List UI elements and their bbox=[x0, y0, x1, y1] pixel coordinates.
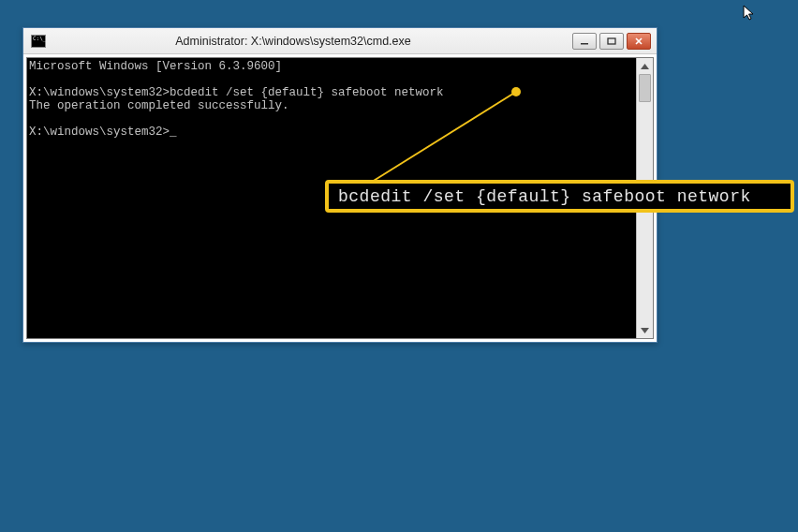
command-1: bcdedit /set {default} safeboot network bbox=[170, 86, 444, 99]
maximize-button[interactable] bbox=[599, 33, 624, 50]
scroll-up-button[interactable] bbox=[637, 58, 653, 74]
maximize-icon bbox=[607, 37, 616, 45]
window-buttons bbox=[572, 33, 651, 50]
svg-marker-4 bbox=[641, 64, 649, 69]
close-icon bbox=[634, 37, 643, 45]
window-title: Administrator: X:\windows\system32\cmd.e… bbox=[14, 35, 572, 48]
result-1: The operation completed successfully. bbox=[29, 99, 289, 112]
version-line: Microsoft Windows [Version 6.3.9600] bbox=[29, 60, 282, 73]
chevron-down-icon bbox=[641, 328, 649, 333]
prompt-2: X:\windows\system32> bbox=[29, 126, 170, 139]
close-button[interactable] bbox=[627, 33, 651, 50]
mouse-cursor-icon bbox=[743, 5, 756, 22]
callout-box: bcdedit /set {default} safeboot network bbox=[325, 180, 794, 213]
svg-rect-0 bbox=[581, 43, 588, 45]
svg-rect-1 bbox=[608, 38, 615, 44]
svg-marker-5 bbox=[641, 328, 649, 333]
input-cursor: _ bbox=[170, 126, 177, 139]
scroll-thumb[interactable] bbox=[639, 74, 651, 102]
callout-text: bcdedit /set {default} safeboot network bbox=[338, 187, 751, 206]
cmd-app-icon bbox=[31, 35, 46, 48]
prompt-1: X:\windows\system32> bbox=[29, 86, 170, 99]
chevron-up-icon bbox=[641, 64, 649, 69]
titlebar[interactable]: Administrator: X:\windows\system32\cmd.e… bbox=[23, 28, 657, 54]
minimize-icon bbox=[580, 37, 589, 45]
minimize-button[interactable] bbox=[572, 33, 597, 50]
scroll-down-button[interactable] bbox=[637, 322, 653, 338]
